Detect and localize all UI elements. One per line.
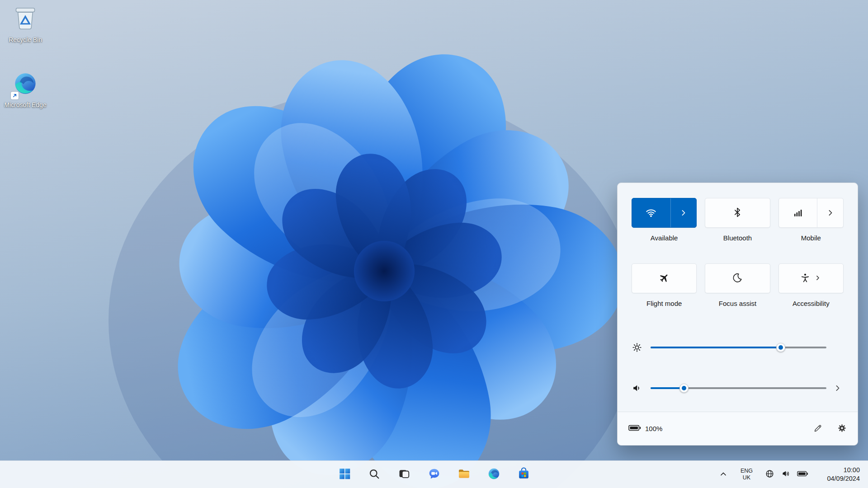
- brightness-slider-fill: [651, 347, 781, 348]
- quick-settings-grid: Available Bluetooth: [632, 198, 844, 308]
- recycle-bin-icon: [12, 4, 38, 35]
- folder-icon: [458, 467, 471, 482]
- file-explorer-button[interactable]: [454, 465, 474, 484]
- chevron-up-icon: [718, 469, 729, 481]
- search-icon: [368, 468, 381, 482]
- accessibility-tile-label: Accessibility: [793, 299, 830, 308]
- accessibility-quick-button[interactable]: [778, 263, 844, 293]
- microsoft-store-button[interactable]: [514, 465, 533, 484]
- settings-button[interactable]: [837, 423, 847, 434]
- moon-icon: [732, 272, 743, 285]
- wifi-expand-chevron-icon[interactable]: [671, 198, 697, 227]
- signal-bars-icon: [779, 198, 817, 227]
- desktop-icon-recycle-bin[interactable]: Recycle Bin: [4, 4, 47, 44]
- language-indicator[interactable]: ENG UK: [739, 465, 755, 484]
- bluetooth-tile-label: Bluetooth: [723, 234, 752, 243]
- windows-icon: [338, 467, 351, 482]
- tray-overflow-button[interactable]: [716, 465, 731, 484]
- desktop-icon-microsoft-edge[interactable]: Microsoft Edge: [4, 69, 47, 109]
- clock[interactable]: 10:00 04/09/2024: [818, 465, 862, 484]
- mobile-expand-chevron-icon[interactable]: [817, 198, 843, 227]
- clock-time: 10:00: [844, 466, 860, 474]
- wifi-tile-label: Available: [651, 234, 678, 243]
- edit-quick-settings-button[interactable]: [813, 423, 823, 434]
- bluetooth-icon: [732, 207, 743, 219]
- airplane-icon: [659, 272, 670, 285]
- mobile-tile-label: Mobile: [801, 234, 821, 243]
- flight-mode-tile-label: Flight mode: [646, 299, 682, 308]
- quick-settings-panel: Available Bluetooth: [617, 183, 858, 446]
- speaker-icon: [632, 383, 642, 394]
- task-view-button[interactable]: [394, 465, 414, 484]
- flight-mode-quick-toggle[interactable]: [632, 263, 697, 293]
- network-volume-battery-flyout[interactable]: [763, 465, 810, 484]
- globe-icon: [764, 469, 775, 480]
- clock-date: 04/09/2024: [827, 474, 860, 483]
- taskbar-center-icons: [335, 461, 533, 488]
- taskbar: ENG UK: [0, 460, 868, 488]
- chat-button[interactable]: [424, 465, 444, 484]
- battery-percent-label: 100%: [645, 425, 662, 432]
- volume-slider-fill: [651, 387, 684, 389]
- focus-assist-quick-toggle[interactable]: [705, 263, 770, 293]
- focus-assist-tile-label: Focus assist: [719, 299, 756, 308]
- taskview-icon: [398, 468, 410, 482]
- start-button[interactable]: [335, 465, 354, 484]
- system-tray: ENG UK: [716, 461, 868, 488]
- volume-slider-thumb[interactable]: [679, 384, 689, 393]
- wifi-quick-toggle[interactable]: [632, 198, 697, 228]
- battery-status[interactable]: 100%: [628, 424, 662, 433]
- desktop-icon-label: Microsoft Edge: [4, 100, 47, 109]
- person-icon: [800, 272, 811, 285]
- mobile-quick-toggle[interactable]: [778, 198, 844, 228]
- audio-output-chevron-icon[interactable]: [832, 383, 844, 393]
- wifi-icon: [632, 198, 670, 227]
- shortcut-arrow-icon: [11, 92, 19, 99]
- brightness-slider-thumb[interactable]: [776, 343, 785, 352]
- accessibility-expand-chevron-icon: [814, 274, 822, 283]
- brightness-slider[interactable]: [651, 343, 826, 352]
- search-button[interactable]: [364, 465, 384, 484]
- edge-icon: [487, 467, 500, 482]
- chat-icon: [428, 467, 441, 482]
- volume-slider[interactable]: [651, 384, 826, 393]
- pencil-icon: [813, 423, 823, 434]
- brightness-row: [632, 338, 844, 357]
- speaker-icon: [781, 469, 791, 480]
- quick-settings-footer: 100%: [618, 412, 858, 445]
- gear-icon: [837, 423, 847, 434]
- sun-icon: [632, 342, 642, 353]
- language-line1: ENG: [741, 468, 753, 474]
- language-line2: UK: [743, 474, 750, 481]
- battery-icon: [628, 424, 641, 433]
- volume-row: [632, 379, 844, 397]
- edge-button[interactable]: [484, 465, 504, 484]
- bluetooth-quick-toggle[interactable]: [705, 198, 770, 228]
- store-icon: [517, 467, 530, 482]
- desktop-icon-label: Recycle Bin: [4, 35, 47, 44]
- battery-icon: [797, 470, 808, 479]
